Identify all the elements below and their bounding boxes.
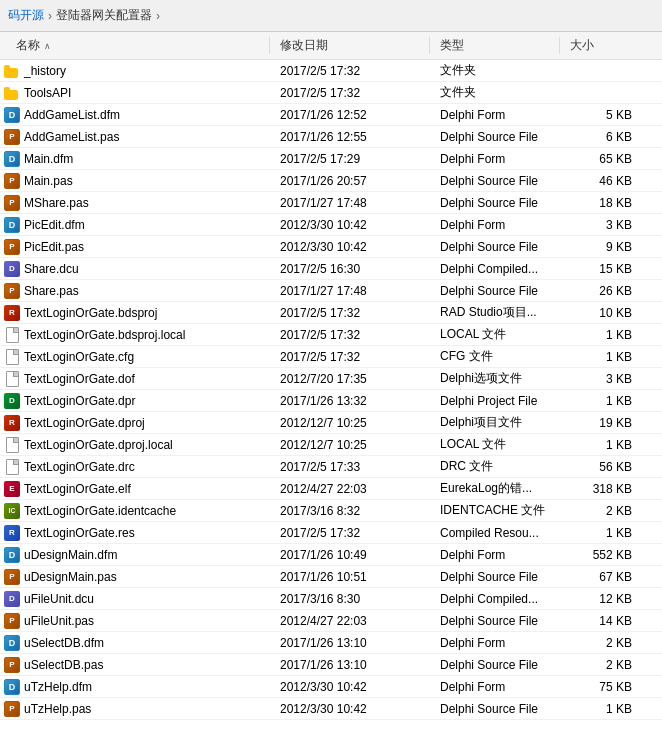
cell-date: 2017/1/26 12:55 — [270, 130, 430, 144]
table-row[interactable]: P uTzHelp.pas 2012/3/30 10:42 Delphi Sou… — [0, 698, 662, 720]
table-row[interactable]: TextLoginOrGate.cfg 2017/2/5 17:32 CFG 文… — [0, 346, 662, 368]
top-bar: 码开源 › 登陆器网关配置器 › — [0, 0, 662, 32]
table-row[interactable]: TextLoginOrGate.dof 2012/7/20 17:35 Delp… — [0, 368, 662, 390]
dcu-icon: D — [4, 591, 20, 607]
table-row[interactable]: TextLoginOrGate.bdsproj.local 2017/2/5 1… — [0, 324, 662, 346]
breadcrumb-current: 登陆器网关配置器 — [56, 7, 152, 24]
cell-size: 75 KB — [560, 680, 640, 694]
cell-type: Delphi Project File — [430, 394, 560, 408]
breadcrumb-source[interactable]: 码开源 — [8, 7, 44, 24]
cell-type: Delphi Source File — [430, 702, 560, 716]
cell-name: R TextLoginOrGate.bdsproj — [0, 305, 270, 321]
table-row[interactable]: P Main.pas 2017/1/26 20:57 Delphi Source… — [0, 170, 662, 192]
table-row[interactable]: E TextLoginOrGate.elf 2012/4/27 22:03 Eu… — [0, 478, 662, 500]
cell-type: DRC 文件 — [430, 458, 560, 475]
file-name: uTzHelp.dfm — [24, 680, 92, 694]
col-header-type[interactable]: 类型 — [430, 37, 560, 54]
cell-name: _history — [0, 64, 270, 78]
cell-size: 1 KB — [560, 350, 640, 364]
table-row[interactable]: P uSelectDB.pas 2017/1/26 13:10 Delphi S… — [0, 654, 662, 676]
cell-name: P AddGameList.pas — [0, 129, 270, 145]
file-name: uDesignMain.pas — [24, 570, 117, 584]
sort-arrow-name: ∧ — [44, 41, 51, 51]
cell-name: E TextLoginOrGate.elf — [0, 481, 270, 497]
cell-name: P uDesignMain.pas — [0, 569, 270, 585]
cell-size: 9 KB — [560, 240, 640, 254]
cell-size: 19 KB — [560, 416, 640, 430]
bdsproj-icon: R — [4, 415, 20, 431]
dfm-icon: D — [4, 151, 20, 167]
cell-name: D uTzHelp.dfm — [0, 679, 270, 695]
cell-size: 2 KB — [560, 636, 640, 650]
table-row[interactable]: P PicEdit.pas 2012/3/30 10:42 Delphi Sou… — [0, 236, 662, 258]
cell-name: P Main.pas — [0, 173, 270, 189]
cell-name: D PicEdit.dfm — [0, 217, 270, 233]
cell-name: TextLoginOrGate.dproj.local — [0, 437, 270, 453]
table-row[interactable]: D uTzHelp.dfm 2012/3/30 10:42 Delphi For… — [0, 676, 662, 698]
table-row[interactable]: D uSelectDB.dfm 2017/1/26 13:10 Delphi F… — [0, 632, 662, 654]
cell-size: 14 KB — [560, 614, 640, 628]
pas-icon: P — [4, 129, 20, 145]
cell-date: 2012/4/27 22:03 — [270, 614, 430, 628]
table-row[interactable]: P uFileUnit.pas 2012/4/27 22:03 Delphi S… — [0, 610, 662, 632]
cell-date: 2012/4/27 22:03 — [270, 482, 430, 496]
col-header-name[interactable]: 名称 ∧ — [0, 37, 270, 54]
bdsproj-icon: R — [4, 305, 20, 321]
pas-icon: P — [4, 701, 20, 717]
cell-size: 552 KB — [560, 548, 640, 562]
table-row[interactable]: D Share.dcu 2017/2/5 16:30 Delphi Compil… — [0, 258, 662, 280]
cell-type: Delphi Source File — [430, 130, 560, 144]
cell-date: 2017/1/26 10:49 — [270, 548, 430, 562]
table-row[interactable]: _history 2017/2/5 17:32 文件夹 — [0, 60, 662, 82]
file-name: TextLoginOrGate.bdsproj — [24, 306, 157, 320]
cell-type: Delphi Form — [430, 548, 560, 562]
table-row[interactable]: D uFileUnit.dcu 2017/3/16 8:30 Delphi Co… — [0, 588, 662, 610]
table-row[interactable]: R TextLoginOrGate.res 2017/2/5 17:32 Com… — [0, 522, 662, 544]
cell-size: 1 KB — [560, 438, 640, 452]
table-row[interactable]: D AddGameList.dfm 2017/1/26 12:52 Delphi… — [0, 104, 662, 126]
table-row[interactable]: ToolsAPI 2017/2/5 17:32 文件夹 — [0, 82, 662, 104]
table-row[interactable]: IC TextLoginOrGate.identcache 2017/3/16 … — [0, 500, 662, 522]
table-row[interactable]: D Main.dfm 2017/2/5 17:29 Delphi Form 65… — [0, 148, 662, 170]
col-header-size[interactable]: 大小 — [560, 37, 640, 54]
file-name: uDesignMain.dfm — [24, 548, 117, 562]
table-row[interactable]: R TextLoginOrGate.bdsproj 2017/2/5 17:32… — [0, 302, 662, 324]
table-row[interactable]: D uDesignMain.dfm 2017/1/26 10:49 Delphi… — [0, 544, 662, 566]
cell-date: 2017/1/26 12:52 — [270, 108, 430, 122]
dpr-icon: D — [4, 393, 20, 409]
file-name: MShare.pas — [24, 196, 89, 210]
table-row[interactable]: R TextLoginOrGate.dproj 2012/12/7 10:25 … — [0, 412, 662, 434]
cell-name: D uSelectDB.dfm — [0, 635, 270, 651]
table-row[interactable]: TextLoginOrGate.drc 2017/2/5 17:33 DRC 文… — [0, 456, 662, 478]
cell-size: 1 KB — [560, 394, 640, 408]
cell-size: 318 KB — [560, 482, 640, 496]
cell-date: 2017/1/27 17:48 — [270, 284, 430, 298]
table-row[interactable]: P MShare.pas 2017/1/27 17:48 Delphi Sour… — [0, 192, 662, 214]
cell-date: 2017/2/5 17:32 — [270, 64, 430, 78]
generic-file-icon — [4, 371, 20, 387]
cell-type: Delphi Form — [430, 218, 560, 232]
table-row[interactable]: P uDesignMain.pas 2017/1/26 10:51 Delphi… — [0, 566, 662, 588]
cell-size: 56 KB — [560, 460, 640, 474]
dfm-icon: D — [4, 547, 20, 563]
file-name: TextLoginOrGate.elf — [24, 482, 131, 496]
cell-date: 2017/2/5 17:33 — [270, 460, 430, 474]
table-row[interactable]: P Share.pas 2017/1/27 17:48 Delphi Sourc… — [0, 280, 662, 302]
cell-type: IDENTCACHE 文件 — [430, 502, 560, 519]
cell-name: ToolsAPI — [0, 86, 270, 100]
file-name: TextLoginOrGate.drc — [24, 460, 135, 474]
table-row[interactable]: D TextLoginOrGate.dpr 2017/1/26 13:32 De… — [0, 390, 662, 412]
col-header-date[interactable]: 修改日期 — [270, 37, 430, 54]
breadcrumb-end-sep: › — [156, 9, 160, 23]
table-row[interactable]: TextLoginOrGate.dproj.local 2012/12/7 10… — [0, 434, 662, 456]
cell-type: Delphi Source File — [430, 284, 560, 298]
table-row[interactable]: D PicEdit.dfm 2012/3/30 10:42 Delphi For… — [0, 214, 662, 236]
cell-name: D AddGameList.dfm — [0, 107, 270, 123]
cell-name: P PicEdit.pas — [0, 239, 270, 255]
cell-size: 15 KB — [560, 262, 640, 276]
cell-type: Delphi Form — [430, 636, 560, 650]
cell-name: TextLoginOrGate.dof — [0, 371, 270, 387]
elf-icon: E — [4, 481, 20, 497]
table-row[interactable]: P AddGameList.pas 2017/1/26 12:55 Delphi… — [0, 126, 662, 148]
cell-date: 2012/12/7 10:25 — [270, 438, 430, 452]
